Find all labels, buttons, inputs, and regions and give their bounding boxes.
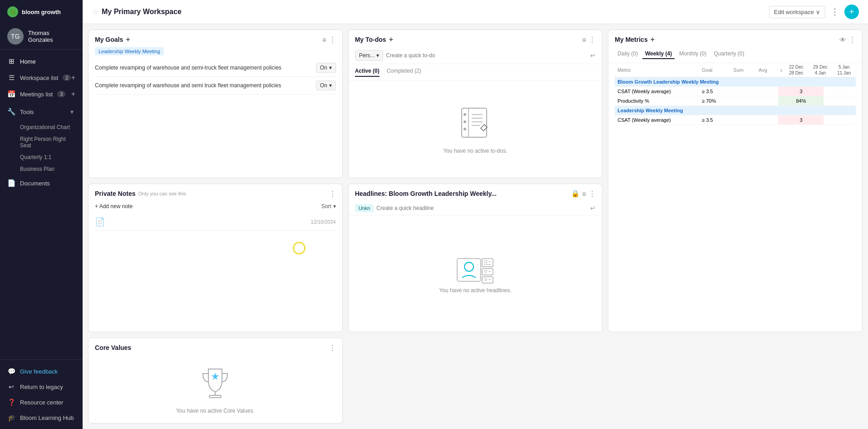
notes-sort-label: Sort	[321, 203, 331, 210]
favorite-icon[interactable]: ☆	[92, 8, 98, 16]
svg-point-4	[464, 128, 466, 130]
headlines-sort-icon[interactable]: ≡	[582, 190, 587, 198]
workspace-add-button[interactable]: +	[71, 74, 75, 81]
sidebar-item-return-legacy[interactable]: ↩ Return to legacy	[0, 379, 83, 394]
sidebar-item-tools[interactable]: 🔧 Tools ▾	[0, 102, 83, 121]
content-grid: My Goals + ≡ ⋮ Leadership Weekly Meeting…	[83, 24, 868, 429]
date-range-1: 22 Dec 28 Dec	[789, 64, 804, 76]
person-filter-label: Pers...	[359, 52, 375, 59]
tools-label: Tools	[20, 109, 34, 115]
metrics-tabs: Daily (0) Weekly (4) Monthly (0) Quarter…	[608, 47, 862, 63]
todos-header: My To-dos + ≡ ⋮	[349, 30, 602, 47]
svg-point-2	[464, 113, 466, 116]
user-profile[interactable]: TG Thomas Gonzales	[0, 24, 83, 50]
tab-weekly[interactable]: Weekly (4)	[642, 49, 675, 59]
notes-body: 📄 12/10/2024	[89, 213, 342, 332]
notes-header: Private Notes Only you can see this ⋮	[89, 184, 342, 201]
todo-input-field[interactable]	[386, 52, 587, 59]
my-todos-card: My To-dos + ≡ ⋮ Pers... ▾ ↵ Active (0) C…	[348, 30, 603, 178]
note-item[interactable]: 📄 12/10/2024	[95, 213, 336, 231]
sidebar-item-business-plan[interactable]: Business Plan	[20, 163, 83, 175]
home-icon: ⊞	[7, 57, 15, 65]
sidebar-item-bloom-learning-hub[interactable]: 🎓 Bloom Learning Hub	[0, 410, 83, 425]
tab-quarterly[interactable]: Quarterly (0)	[711, 49, 747, 59]
goal-toggle-1[interactable]: On ▾	[316, 63, 336, 73]
header-right: Edit workspace ∨ ⋮ +	[769, 5, 859, 19]
tools-submenu: Organizational Chart Right Person Right …	[0, 121, 83, 175]
metric-val-1-1: 3	[778, 87, 824, 96]
user-name: Thomas Gonzales	[28, 30, 75, 43]
goals-tag: Leadership Weekly Meeting	[95, 47, 164, 55]
sidebar-item-quarterly[interactable]: Quarterly 1:1	[20, 151, 83, 163]
metrics-actions: 👁 ⋮	[839, 35, 856, 44]
svg-point-3	[464, 120, 466, 123]
todos-title: My To-dos +	[355, 35, 393, 44]
metrics-body: Metric Goal Sum Avg ‹ 22 Dec 28 Dec 29 D…	[608, 63, 862, 332]
add-note-button[interactable]: + Add new note	[95, 203, 133, 210]
person-filter-button[interactable]: Pers... ▾	[355, 50, 384, 61]
metrics-more-icon[interactable]: ⋮	[849, 35, 856, 44]
metric-group-1: Bloom Growth Leadership Weekly Meeting	[615, 77, 856, 87]
headline-input-field[interactable]	[376, 205, 587, 211]
goals-more-icon[interactable]: ⋮	[329, 35, 336, 44]
sidebar-item-org-chart[interactable]: Organizational Chart	[20, 121, 83, 133]
tools-icon: 🔧	[7, 108, 15, 116]
sidebar-item-resource-center[interactable]: ❓ Resource center	[0, 394, 83, 410]
date-range-2: 29 Dec 4 Jan	[813, 64, 828, 76]
resource-label: Resource center	[20, 399, 63, 406]
todos-title-text: My To-dos	[355, 36, 386, 43]
core-values-more-icon[interactable]: ⋮	[329, 344, 336, 352]
metric-val-3-1: 3	[778, 115, 824, 125]
sidebar: 🌿 bloom growth TG Thomas Gonzales ⊞ Home…	[0, 0, 83, 429]
todo-tabs: Active (0) Completed (2)	[349, 64, 602, 81]
notes-sort-button[interactable]: Sort ▾	[321, 203, 336, 210]
todos-sort-icon[interactable]: ≡	[582, 36, 587, 44]
goal-item-1: Complete revamping of warehouse and semi…	[95, 59, 336, 77]
edit-workspace-button[interactable]: Edit workspace ∨	[769, 6, 825, 18]
todos-empty-text: You have no active to-dos.	[443, 148, 507, 154]
page-header: ☆ My Primary Workspace Edit workspace ∨ …	[83, 0, 868, 24]
sidebar-item-home[interactable]: ⊞ Home	[0, 53, 83, 70]
sidebar-item-give-feedback[interactable]: 💬 Give feedback	[0, 364, 83, 379]
workspace-icon: ☰	[7, 74, 15, 82]
notes-more-icon[interactable]: ⋮	[329, 190, 336, 198]
headlines-empty-state: You have no active headlines.	[349, 215, 602, 332]
headlines-more-icon[interactable]: ⋮	[589, 190, 596, 198]
sidebar-item-workspace-list[interactable]: ☰ Workspace list 2 +	[0, 70, 83, 86]
metrics-prev-icon[interactable]: ‹	[778, 65, 784, 75]
header-more-icon[interactable]: ⋮	[831, 7, 839, 17]
core-values-title: Core Values	[95, 344, 131, 351]
todos-more-icon[interactable]: ⋮	[589, 35, 596, 44]
metrics-eye-icon[interactable]: 👁	[839, 36, 846, 44]
tab-active[interactable]: Active (0)	[355, 68, 380, 77]
tab-daily[interactable]: Daily (0)	[615, 49, 641, 59]
metrics-add-button[interactable]: +	[651, 35, 655, 44]
goals-body: Leadership Weekly Meeting Complete revam…	[89, 47, 342, 178]
goals-add-button[interactable]: +	[126, 35, 130, 44]
logo-icon: 🌿	[7, 6, 18, 17]
headlines-person-chip[interactable]: Unkn	[355, 204, 374, 212]
headlines-empty-icon	[455, 254, 496, 287]
tab-monthly[interactable]: Monthly (0)	[676, 49, 709, 59]
sidebar-item-meetings-list[interactable]: 📅 Meetings list 3 +	[0, 86, 83, 102]
notes-sort-chevron-icon: ▾	[333, 203, 336, 210]
headlines-actions: 🔒 ≡ ⋮	[571, 190, 596, 198]
goal-toggle-2[interactable]: On ▾	[316, 80, 336, 90]
headlines-lock-icon: 🔒	[571, 190, 580, 198]
workspace-badge: 2	[63, 75, 71, 81]
tab-completed[interactable]: Completed (2)	[387, 68, 421, 77]
metrics-table: Metric Goal Sum Avg ‹ 22 Dec 28 Dec 29 D…	[615, 63, 856, 125]
header-add-button[interactable]: +	[844, 5, 859, 19]
toggle-chevron-2-icon: ▾	[329, 82, 332, 89]
learning-icon: 🎓	[7, 414, 15, 421]
my-metrics-card: My Metrics + 👁 ⋮ Daily (0) Weekly (4) Mo…	[608, 30, 863, 332]
sidebar-item-rprs[interactable]: Right Person Right Seat	[20, 133, 83, 151]
metrics-title: My Metrics +	[615, 35, 655, 44]
note-date: 12/10/2024	[311, 219, 336, 224]
goals-sort-icon[interactable]: ≡	[322, 36, 326, 44]
metric-val-2-3	[840, 96, 856, 106]
sidebar-item-documents[interactable]: 📄 Documents	[0, 175, 83, 191]
metric-val-3-2	[824, 115, 839, 125]
meetings-add-button[interactable]: +	[71, 90, 75, 98]
todos-add-button[interactable]: +	[389, 35, 393, 44]
